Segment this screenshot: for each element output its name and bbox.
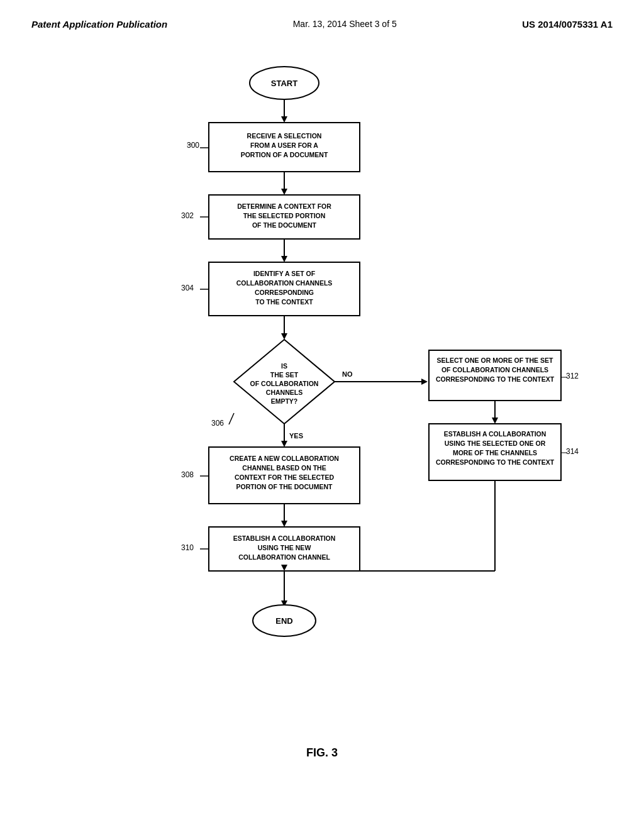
svg-text:CHANNELS: CHANNELS — [266, 389, 303, 396]
svg-text:ESTABLISH A COLLABORATION: ESTABLISH A COLLABORATION — [233, 534, 336, 542]
svg-text:SELECT ONE OR MORE OF THE SET: SELECT ONE OR MORE OF THE SET — [437, 357, 554, 364]
svg-text:PORTION OF THE DOCUMENT: PORTION OF THE DOCUMENT — [236, 483, 333, 490]
svg-marker-10 — [281, 189, 287, 195]
svg-text:CREATE A NEW COLLABORATION: CREATE A NEW COLLABORATION — [230, 455, 339, 462]
svg-text:EMPTY?: EMPTY? — [271, 397, 298, 405]
header-right: US 2014/0075331 A1 — [522, 19, 613, 30]
svg-text:USING THE NEW: USING THE NEW — [258, 544, 311, 551]
svg-text:RECEIVE A SELECTION: RECEIVE A SELECTION — [247, 132, 322, 140]
header-left: Patent Application Publication — [31, 19, 167, 30]
label-304: 304 — [181, 284, 194, 292]
label-310: 310 — [181, 543, 194, 552]
svg-marker-44 — [281, 521, 287, 527]
svg-text:OF THE DOCUMENT: OF THE DOCUMENT — [252, 221, 317, 229]
svg-marker-34 — [421, 379, 428, 385]
svg-text:OF COLLABORATION: OF COLLABORATION — [250, 380, 319, 387]
svg-text:CORRESPONDING: CORRESPONDING — [255, 289, 314, 296]
svg-text:TO THE CONTEXT: TO THE CONTEXT — [255, 298, 313, 306]
svg-text:CONTEXT FOR THE SELECTED: CONTEXT FOR THE SELECTED — [235, 473, 335, 481]
no-label: NO — [342, 370, 353, 378]
svg-marker-36 — [281, 441, 287, 447]
svg-marker-17 — [281, 256, 287, 262]
svg-line-32 — [229, 413, 234, 424]
svg-text:OF COLLABORATION CHANNELS: OF COLLABORATION CHANNELS — [441, 366, 548, 374]
svg-text:COLLABORATION CHANNELS: COLLABORATION CHANNELS — [236, 279, 333, 287]
svg-text:USING THE SELECTED ONE OR: USING THE SELECTED ONE OR — [445, 440, 546, 447]
svg-text:⌒: ⌒ — [186, 143, 194, 152]
fig-label: FIG. 3 — [306, 746, 338, 760]
diagram-container: START RECEIVE A SELECTION FROM A USER FO… — [0, 36, 644, 760]
header-center: Mar. 13, 2014 Sheet 3 of 5 — [293, 19, 397, 29]
svg-text:THE SET: THE SET — [270, 371, 299, 379]
svg-text:FROM A USER FOR A: FROM A USER FOR A — [250, 141, 318, 149]
label-306: 306 — [211, 419, 224, 428]
svg-text:CHANNEL BASED ON THE: CHANNEL BASED ON THE — [242, 464, 326, 472]
svg-text:ESTABLISH A COLLABORATION: ESTABLISH A COLLABORATION — [444, 430, 547, 438]
svg-marker-2 — [281, 116, 287, 123]
label-314: 314 — [566, 447, 579, 456]
svg-text:CORRESPONDING TO THE CONTEXT: CORRESPONDING TO THE CONTEXT — [436, 375, 555, 383]
label-312: 312 — [566, 372, 579, 380]
svg-text:COLLABORATION CHANNEL: COLLABORATION CHANNEL — [238, 553, 330, 561]
svg-text:THE SELECTED PORTION: THE SELECTED PORTION — [243, 212, 326, 219]
page-header: Patent Application Publication Mar. 13, … — [0, 0, 644, 36]
svg-marker-25 — [281, 333, 287, 340]
label-302: 302 — [181, 211, 194, 220]
svg-text:MORE OF THE CHANNELS: MORE OF THE CHANNELS — [453, 449, 537, 456]
end-label: END — [275, 616, 292, 626]
svg-marker-56 — [492, 418, 498, 424]
svg-text:PORTION OF A DOCUMENT: PORTION OF A DOCUMENT — [241, 151, 328, 158]
flowchart-svg: START RECEIVE A SELECTION FROM A USER FO… — [52, 48, 592, 740]
svg-text:CORRESPONDING TO THE CONTEXT: CORRESPONDING TO THE CONTEXT — [436, 458, 555, 466]
svg-text:IS: IS — [281, 362, 287, 370]
yes-label: YES — [289, 432, 303, 440]
svg-text:DETERMINE A CONTEXT FOR: DETERMINE A CONTEXT FOR — [237, 202, 331, 210]
label-308: 308 — [181, 470, 194, 479]
start-label: START — [271, 79, 297, 88]
svg-text:IDENTIFY A SET OF: IDENTIFY A SET OF — [253, 270, 316, 277]
